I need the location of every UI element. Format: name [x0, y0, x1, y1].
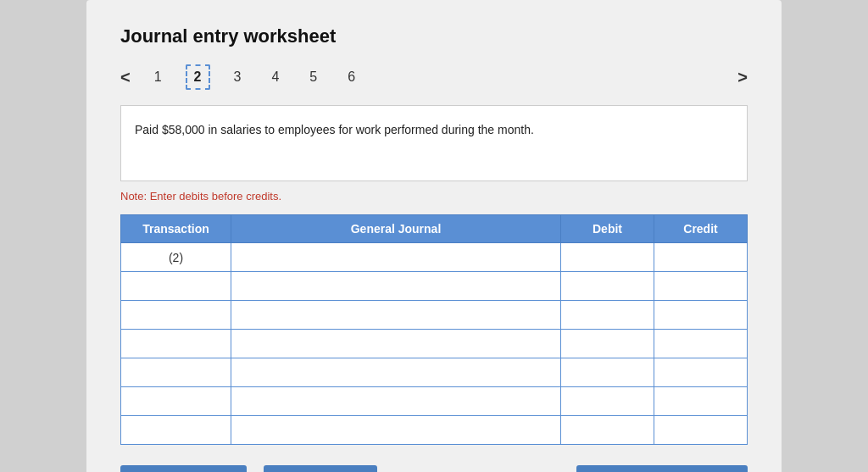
cell-transaction-4 — [121, 358, 231, 387]
cell-general-5[interactable] — [231, 387, 561, 416]
cell-credit-0[interactable] — [654, 243, 748, 272]
cell-debit-2[interactable] — [561, 301, 654, 330]
input-debit-6[interactable] — [561, 416, 654, 444]
col-header-general-journal: General Journal — [231, 215, 561, 243]
table-row — [121, 272, 748, 301]
input-general-5[interactable] — [231, 387, 560, 415]
page-5[interactable]: 5 — [303, 66, 324, 88]
col-header-credit: Credit — [654, 215, 748, 243]
cell-debit-6[interactable] — [561, 416, 654, 445]
page-4[interactable]: 4 — [264, 66, 286, 88]
input-general-2[interactable] — [231, 301, 560, 329]
page-1[interactable]: 1 — [147, 66, 169, 88]
input-debit-4[interactable] — [561, 358, 654, 386]
clear-entry-button[interactable]: Clear entry — [264, 465, 377, 472]
cell-transaction-6 — [121, 416, 231, 445]
view-general-journal-button[interactable]: View general journal — [576, 465, 748, 472]
input-debit-5[interactable] — [561, 387, 654, 415]
table-row — [121, 416, 748, 445]
input-credit-6[interactable] — [654, 416, 747, 444]
input-general-0[interactable] — [231, 243, 560, 271]
input-general-4[interactable] — [231, 358, 560, 386]
cell-debit-5[interactable] — [561, 387, 654, 416]
prev-arrow[interactable]: < — [120, 68, 131, 87]
page-title: Journal entry worksheet — [120, 25, 748, 47]
input-credit-3[interactable] — [654, 330, 747, 358]
cell-credit-3[interactable] — [654, 330, 748, 358]
description-text: Paid $58,000 in salaries to employees fo… — [135, 123, 534, 136]
col-header-transaction: Transaction — [121, 215, 231, 243]
input-debit-1[interactable] — [561, 272, 654, 300]
input-debit-2[interactable] — [561, 301, 654, 329]
cell-general-0[interactable] — [231, 243, 561, 272]
table-row: (2) — [121, 243, 748, 272]
cell-general-3[interactable] — [231, 330, 561, 358]
next-arrow[interactable]: > — [737, 68, 748, 87]
cell-transaction-3 — [121, 330, 231, 358]
cell-credit-1[interactable] — [654, 272, 748, 301]
input-general-3[interactable] — [231, 330, 560, 358]
input-credit-1[interactable] — [654, 272, 747, 300]
table-row — [121, 301, 748, 330]
cell-debit-0[interactable] — [561, 243, 654, 272]
cell-general-2[interactable] — [231, 301, 561, 330]
input-general-6[interactable] — [231, 416, 560, 444]
cell-transaction-2 — [121, 301, 231, 330]
table-row — [121, 387, 748, 416]
cell-credit-6[interactable] — [654, 416, 748, 445]
page-2[interactable]: 2 — [186, 64, 210, 90]
cell-debit-1[interactable] — [561, 272, 654, 301]
cell-debit-4[interactable] — [561, 358, 654, 387]
cell-general-6[interactable] — [231, 416, 561, 445]
input-credit-5[interactable] — [654, 387, 747, 415]
cell-transaction-1 — [121, 272, 231, 301]
table-row — [121, 358, 748, 387]
page-6[interactable]: 6 — [341, 66, 362, 88]
input-credit-2[interactable] — [654, 301, 747, 329]
cell-credit-4[interactable] — [654, 358, 748, 387]
journal-table: Transaction General Journal Debit Credit… — [120, 214, 748, 445]
input-credit-0[interactable] — [654, 243, 747, 271]
table-row — [121, 330, 748, 358]
cell-debit-3[interactable] — [561, 330, 654, 358]
buttons-row: Record entry Clear entry View general jo… — [120, 465, 748, 472]
input-credit-4[interactable] — [654, 358, 747, 386]
col-header-debit: Debit — [561, 215, 654, 243]
cell-general-4[interactable] — [231, 358, 561, 387]
cell-credit-5[interactable] — [654, 387, 748, 416]
description-box: Paid $58,000 in salaries to employees fo… — [120, 105, 748, 181]
input-general-1[interactable] — [231, 272, 560, 300]
cell-general-1[interactable] — [231, 272, 561, 301]
pagination: < 1 2 3 4 5 6 > — [120, 64, 748, 90]
record-entry-button[interactable]: Record entry — [120, 465, 247, 472]
cell-transaction-5 — [121, 387, 231, 416]
cell-transaction-0: (2) — [121, 243, 231, 272]
input-debit-0[interactable] — [561, 243, 654, 271]
cell-credit-2[interactable] — [654, 301, 748, 330]
input-debit-3[interactable] — [561, 330, 654, 358]
note-text: Note: Enter debits before credits. — [120, 190, 748, 203]
worksheet-container: Journal entry worksheet < 1 2 3 4 5 6 > … — [86, 0, 782, 472]
page-3[interactable]: 3 — [227, 66, 248, 88]
